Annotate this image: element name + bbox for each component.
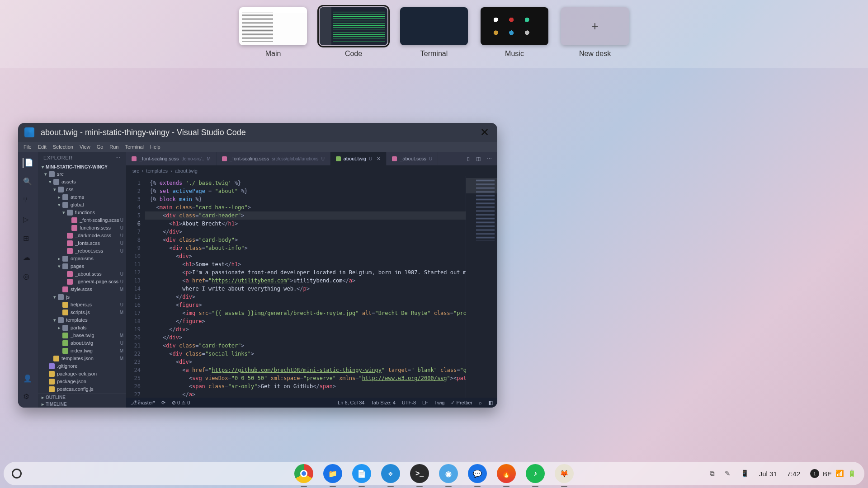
code-area[interactable]: {% extends './_base.twig' %}{% set activ… bbox=[145, 176, 466, 398]
status-item[interactable]: ⊘ 0 ⚠ 0 bbox=[172, 400, 190, 406]
status-item[interactable]: LF bbox=[422, 400, 428, 405]
menu-terminal[interactable]: Terminal bbox=[125, 144, 144, 150]
debug-icon[interactable]: ▷ bbox=[23, 215, 33, 225]
tab--font-scaling-scss[interactable]: _font-scaling.scssdemo-src/..M bbox=[126, 152, 217, 165]
status-item[interactable]: Tab Size: 4 bbox=[371, 400, 395, 405]
menu-edit[interactable]: Edit bbox=[38, 144, 47, 150]
extensions-icon[interactable]: ⊞ bbox=[23, 234, 33, 244]
phone-icon[interactable]: 📱 bbox=[741, 469, 749, 478]
explorer-more-icon[interactable]: ⋯ bbox=[115, 155, 121, 161]
status-item[interactable]: ✓ Prettier bbox=[451, 400, 472, 406]
app-chromium[interactable]: ◉ bbox=[439, 464, 458, 483]
app-gimp[interactable]: 🦊 bbox=[555, 464, 574, 483]
file-item[interactable]: _general-page.scssU bbox=[40, 278, 126, 286]
menu-view[interactable]: View bbox=[80, 144, 90, 150]
file-item[interactable]: postcss.config.js bbox=[40, 385, 126, 393]
minimap[interactable] bbox=[466, 176, 497, 398]
file-item[interactable]: functions.scssU bbox=[40, 224, 126, 232]
new-desk-button[interactable]: +New desk bbox=[561, 7, 629, 58]
crumb[interactable]: templates bbox=[146, 168, 168, 174]
desk-code[interactable]: Code bbox=[320, 7, 387, 58]
folder-item[interactable]: ▾assets bbox=[40, 178, 126, 186]
file-item[interactable]: .gitignore bbox=[40, 362, 126, 370]
app-files[interactable]: 📁 bbox=[323, 464, 342, 483]
folder-item[interactable]: ▸organisms bbox=[40, 255, 126, 263]
tab-action-icon[interactable]: ◫ bbox=[476, 156, 481, 162]
file-tree[interactable]: ▾src▾assets▾css▸atoms▾global▾functions_f… bbox=[38, 170, 126, 394]
tray-time[interactable]: 7:42 bbox=[787, 470, 800, 478]
tab--about-scss[interactable]: _about.scssU bbox=[387, 152, 438, 165]
crumb[interactable]: about.twig bbox=[175, 168, 198, 174]
folder-item[interactable]: ▸atoms bbox=[40, 193, 126, 201]
menu-go[interactable]: Go bbox=[97, 144, 104, 150]
app-terminal[interactable]: >_ bbox=[410, 464, 429, 483]
file-item[interactable]: _about.scssU bbox=[40, 270, 126, 278]
account-icon[interactable]: 👤 bbox=[23, 374, 33, 384]
tab-action-icon[interactable]: ⋯ bbox=[487, 156, 492, 162]
status-item[interactable]: Ln 6, Col 34 bbox=[338, 400, 364, 405]
folder-item[interactable]: ▸partials bbox=[40, 324, 126, 332]
app-firebase[interactable]: 🔥 bbox=[497, 464, 516, 483]
status-item[interactable]: ◧ bbox=[488, 400, 493, 406]
stylus-icon[interactable]: ✎ bbox=[725, 469, 731, 478]
status-area[interactable]: 1 BE 📶 🔋 bbox=[810, 469, 856, 478]
close-icon[interactable]: ✕ bbox=[377, 156, 381, 162]
crumb[interactable]: src bbox=[132, 168, 139, 174]
tab--font-scaling-scss[interactable]: _font-scaling.scsssrc/css/global/functio… bbox=[217, 152, 330, 165]
tote-icon[interactable]: ⧉ bbox=[710, 469, 715, 478]
file-item[interactable]: helpers.jsU bbox=[40, 301, 126, 309]
project-root[interactable]: ▾MINI-STATIC-THINGY-WINGY bbox=[38, 164, 126, 170]
tab-action-icon[interactable]: ▯ bbox=[467, 156, 470, 162]
menu-run[interactable]: Run bbox=[109, 144, 118, 150]
timeline-section[interactable]: ▸TIMELINE bbox=[38, 401, 126, 408]
app-docs[interactable]: 📄 bbox=[352, 464, 371, 483]
explorer-icon[interactable]: 📄 bbox=[23, 158, 33, 168]
scm-icon[interactable]: ⑂ bbox=[23, 196, 33, 206]
folder-item[interactable]: ▾css bbox=[40, 186, 126, 193]
status-item[interactable]: ⟳ bbox=[161, 400, 165, 406]
gear-icon[interactable]: ⚙ bbox=[23, 392, 33, 402]
outline-section[interactable]: ▸OUTLINE bbox=[38, 394, 126, 401]
desk-terminal[interactable]: Terminal bbox=[400, 7, 468, 58]
file-item[interactable]: index.twigM bbox=[40, 347, 126, 355]
code-editor[interactable]: 1234567891011121314151617181920212223242… bbox=[126, 176, 497, 398]
file-item[interactable]: package-lock.json bbox=[40, 370, 126, 378]
status-item[interactable]: ⌕ bbox=[479, 400, 482, 405]
file-item[interactable]: style.scssM bbox=[40, 286, 126, 293]
file-item[interactable]: _reboot.scssU bbox=[40, 247, 126, 255]
desk-music[interactable]: Music bbox=[481, 7, 548, 58]
app-chrome[interactable] bbox=[294, 464, 313, 483]
breadcrumb[interactable]: src›templates›about.twig bbox=[126, 165, 497, 176]
status-item[interactable]: Twig bbox=[434, 400, 445, 405]
launcher-icon[interactable] bbox=[12, 469, 22, 479]
app-spotify[interactable]: ♪ bbox=[526, 464, 545, 483]
menu-selection[interactable]: Selection bbox=[53, 144, 73, 150]
file-item[interactable]: _base.twigM bbox=[40, 332, 126, 339]
file-item[interactable]: package.json bbox=[40, 378, 126, 385]
file-item[interactable]: about.twigU bbox=[40, 339, 126, 347]
close-icon[interactable]: ✕ bbox=[478, 126, 491, 139]
file-item[interactable]: _font-scaling.scssU bbox=[40, 216, 126, 224]
folder-item[interactable]: ▾pages bbox=[40, 263, 126, 270]
live-icon[interactable]: ◎ bbox=[23, 272, 33, 282]
file-item[interactable]: _fonts.scssU bbox=[40, 239, 126, 247]
search-icon[interactable]: 🔍 bbox=[23, 177, 33, 187]
file-item[interactable]: _darkmode.scssU bbox=[40, 232, 126, 239]
tray-date[interactable]: Jul 31 bbox=[759, 470, 777, 478]
folder-item[interactable]: ▾templates bbox=[40, 316, 126, 324]
app-messages[interactable]: 💬 bbox=[468, 464, 487, 483]
file-item[interactable]: templates.jsonM bbox=[40, 355, 126, 362]
folder-item[interactable]: ▾functions bbox=[40, 209, 126, 216]
remote-icon[interactable]: ☁ bbox=[23, 253, 33, 263]
file-item[interactable]: scripts.jsM bbox=[40, 309, 126, 316]
desk-main[interactable]: Main bbox=[239, 7, 307, 58]
menu-file[interactable]: File bbox=[24, 144, 32, 150]
folder-item[interactable]: ▾js bbox=[40, 293, 126, 301]
overview-window-vscode[interactable]: about.twig - mini-static-thingy-wingy - … bbox=[18, 123, 497, 408]
menu-help[interactable]: Help bbox=[150, 144, 160, 150]
status-item[interactable]: UTF-8 bbox=[402, 400, 416, 405]
folder-item[interactable]: ▾src bbox=[40, 170, 126, 178]
tab-about-twig[interactable]: about.twigU✕ bbox=[330, 152, 387, 165]
folder-item[interactable]: ▾global bbox=[40, 201, 126, 209]
app-vscode[interactable]: ⟐ bbox=[381, 464, 400, 483]
